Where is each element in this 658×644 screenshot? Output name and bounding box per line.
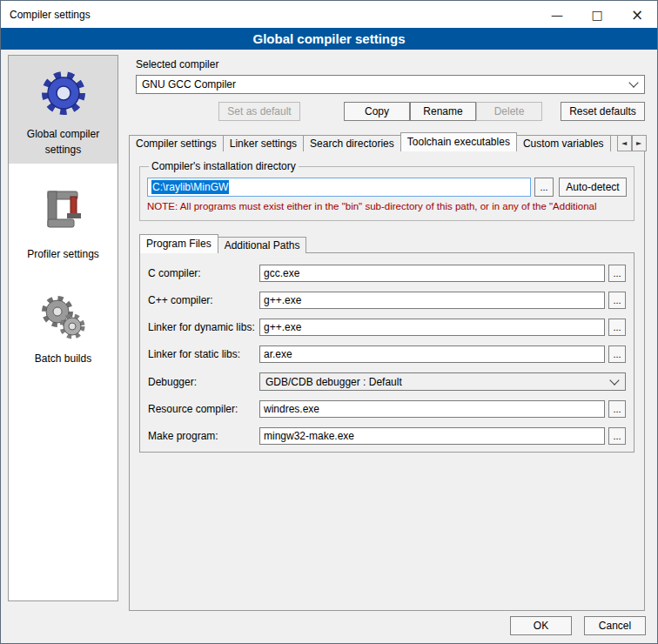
chevron-down-icon: [628, 77, 638, 87]
tab-search-directories[interactable]: Search directories: [303, 135, 401, 151]
debugger-dropdown[interactable]: GDB/CDB debugger : Default: [259, 372, 626, 391]
static-linker-label: Linker for static libs:: [148, 348, 259, 360]
selected-compiler-label: Selected compiler: [136, 58, 652, 70]
tab-toolchain-executables[interactable]: Toolchain executables: [400, 132, 517, 151]
install-dir-browse-button[interactable]: ...: [534, 178, 554, 197]
sidebar-item-profiler-settings[interactable]: Profiler settings: [9, 176, 118, 268]
close-icon[interactable]: ×: [617, 1, 657, 28]
resource-compiler-browse-button[interactable]: ...: [608, 400, 626, 418]
bin-subdirectory-note: NOTE: All programs must exist either in …: [147, 201, 627, 211]
minimize-icon[interactable]: —: [537, 1, 577, 28]
resource-compiler-input[interactable]: [259, 400, 605, 418]
settings-category-list: Global compiler settings Profiler settin…: [8, 55, 118, 601]
compiler-actions: Set as default Copy Rename Delete Reset …: [136, 102, 645, 121]
tab-scroll-buttons: ◄ ►: [617, 135, 647, 151]
dynamic-linker-browse-button[interactable]: ...: [608, 319, 626, 336]
cpp-compiler-input[interactable]: [259, 292, 605, 309]
reset-defaults-button[interactable]: Reset defaults: [561, 102, 645, 121]
selected-compiler-dropdown[interactable]: GNU GCC Compiler: [136, 75, 645, 94]
debugger-row: Debugger: GDB/CDB debugger : Default: [148, 372, 626, 391]
c-compiler-row: C compiler: ...: [148, 265, 626, 282]
blue-gear-icon: [36, 64, 91, 120]
dynamic-linker-row: Linker for dynamic libs: ...: [148, 319, 626, 336]
tab-program-files[interactable]: Program Files: [139, 234, 218, 253]
copy-button[interactable]: Copy: [344, 102, 410, 121]
set-as-default-button[interactable]: Set as default: [218, 102, 300, 121]
resource-compiler-label: Resource compiler:: [148, 403, 259, 415]
tab-scroll-left-icon[interactable]: ◄: [617, 135, 632, 151]
sidebar-item-label: Global compiler settings: [27, 128, 99, 156]
maximize-icon[interactable]: □: [577, 1, 617, 28]
static-linker-input[interactable]: [259, 345, 605, 363]
installation-directory-row: C:\raylib\MinGW ... Auto-detect: [147, 178, 627, 197]
dialog-footer: OK Cancel: [510, 616, 646, 635]
install-dir-input[interactable]: C:\raylib\MinGW: [147, 178, 531, 197]
c-compiler-input[interactable]: [259, 265, 605, 282]
cpp-compiler-label: C++ compiler:: [148, 294, 259, 306]
toolchain-executables-panel: Compiler's installation directory C:\ray…: [129, 151, 645, 611]
program-files-tabstrip: Program Files Additional Paths: [139, 235, 634, 253]
make-program-label: Make program:: [148, 430, 259, 442]
gray-gears-icon: [36, 289, 91, 345]
clamp-icon: [36, 184, 91, 240]
tab-linker-settings[interactable]: Linker settings: [223, 135, 304, 151]
make-program-input[interactable]: [259, 427, 605, 445]
sidebar-item-label: Profiler settings: [27, 248, 99, 260]
static-linker-browse-button[interactable]: ...: [608, 345, 626, 363]
compiler-settings-window: Compiler settings — □ × Global compiler …: [0, 0, 658, 644]
delete-button[interactable]: Delete: [476, 102, 542, 121]
window-title: Compiler settings: [1, 9, 537, 21]
debugger-label: Debugger:: [148, 376, 259, 388]
installation-directory-group: Compiler's installation directory C:\ray…: [139, 160, 634, 221]
sidebar-item-batch-builds[interactable]: Batch builds: [9, 280, 118, 372]
resource-compiler-row: Resource compiler: ...: [148, 400, 626, 418]
tab-custom-variables[interactable]: Custom variables: [516, 135, 611, 151]
debugger-value: GDB/CDB debugger : Default: [265, 376, 608, 388]
main-panel: Selected compiler GNU GCC Compiler Set a…: [127, 55, 652, 611]
static-linker-row: Linker for static libs: ...: [148, 345, 626, 363]
installation-directory-label: Compiler's installation directory: [149, 160, 299, 172]
selected-compiler-value: GNU GCC Compiler: [142, 78, 627, 91]
settings-tabstrip: Compiler settings Linker settings Search…: [129, 132, 645, 151]
cpp-compiler-row: C++ compiler: ...: [148, 292, 626, 309]
c-compiler-browse-button[interactable]: ...: [608, 265, 626, 282]
sidebar-item-global-compiler-settings[interactable]: Global compiler settings: [9, 56, 118, 164]
ok-button[interactable]: OK: [510, 616, 572, 635]
dynamic-linker-label: Linker for dynamic libs:: [148, 321, 259, 333]
chevron-down-icon: [609, 375, 619, 385]
auto-detect-button[interactable]: Auto-detect: [559, 178, 627, 197]
titlebar: Compiler settings — □ ×: [1, 1, 657, 28]
c-compiler-label: C compiler:: [148, 267, 259, 279]
dialog-body: Global compiler settings Profiler settin…: [1, 50, 657, 643]
cpp-compiler-browse-button[interactable]: ...: [608, 292, 626, 309]
rename-button[interactable]: Rename: [410, 102, 476, 121]
sidebar-item-label: Batch builds: [35, 352, 91, 365]
program-files-panel: C compiler: ... C++ compiler: ... Linker…: [139, 252, 634, 453]
make-program-row: Make program: ...: [148, 427, 626, 445]
cancel-button[interactable]: Cancel: [584, 616, 646, 635]
tab-scroll-right-icon[interactable]: ►: [632, 135, 647, 151]
tab-additional-paths[interactable]: Additional Paths: [218, 237, 307, 253]
make-program-browse-button[interactable]: ...: [608, 427, 626, 445]
tab-compiler-settings[interactable]: Compiler settings: [129, 135, 224, 151]
install-dir-selected-text: C:\raylib\MinGW: [151, 180, 229, 194]
page-title: Global compiler settings: [1, 28, 657, 50]
dynamic-linker-input[interactable]: [259, 319, 605, 336]
